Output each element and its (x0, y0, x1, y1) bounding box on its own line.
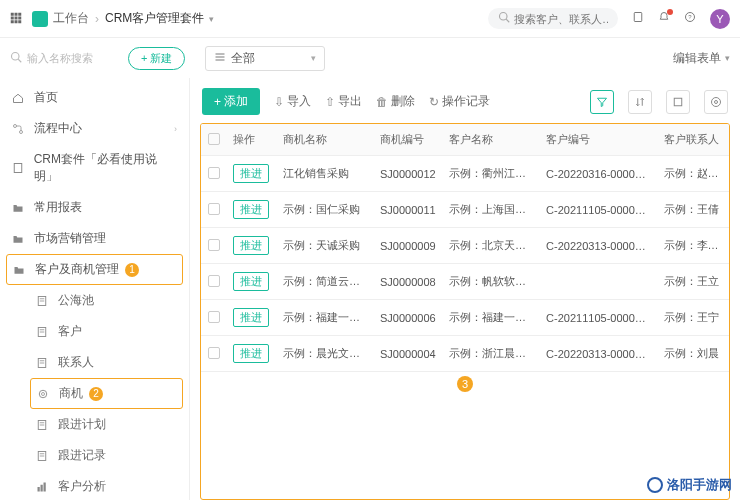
apps-icon[interactable] (10, 12, 24, 26)
annotation-badge: 1 (125, 263, 139, 277)
view-selector[interactable]: 全部 ▾ (205, 46, 325, 71)
cell-name: 示例：天诚采购 (277, 228, 374, 264)
filter-button[interactable] (590, 90, 614, 114)
column-header[interactable]: 商机编号 (374, 124, 443, 156)
delete-button[interactable]: 🗑 删除 (376, 93, 415, 110)
bell-icon[interactable] (658, 11, 670, 26)
push-button[interactable]: 推进 (233, 344, 269, 363)
push-button[interactable]: 推进 (233, 272, 269, 291)
plus-icon: + (141, 52, 147, 64)
sidebar-item[interactable]: CRM套件「必看使用说明」 (0, 144, 189, 192)
chevron-down-icon: ▾ (725, 53, 730, 63)
settings-button[interactable] (704, 90, 728, 114)
edit-form-button[interactable]: 编辑表单 ▾ (673, 50, 730, 67)
svg-text:?: ? (688, 14, 692, 20)
workspace-label[interactable]: 工作台 (53, 10, 89, 27)
sidebar-search[interactable]: 输入名称搜索 (10, 51, 120, 66)
column-header[interactable]: 客户联系人 (658, 124, 729, 156)
edit-form-label: 编辑表单 (673, 50, 721, 67)
cell-code: SJ0000006 (374, 300, 443, 336)
global-search[interactable] (488, 8, 618, 29)
help-icon[interactable]: ? (684, 11, 696, 26)
sidebar-item[interactable]: 客户及商机管理1 (6, 254, 183, 285)
table-row[interactable]: 推进 示例：国仁采购 SJ0000011 示例：上海国仁有限… C-202111… (201, 192, 729, 228)
push-button[interactable]: 推进 (233, 164, 269, 183)
sidebar-item-label: CRM套件「必看使用说明」 (34, 151, 177, 185)
sidebar-search-placeholder: 输入名称搜索 (27, 51, 93, 66)
push-button[interactable]: 推进 (233, 308, 269, 327)
cell-customer: 示例：帆软软件有限公司 (443, 264, 540, 300)
table-row[interactable]: 推进 示例：晨光文具设备… SJ0000004 示例：浙江晨光文具… C-202… (201, 336, 729, 372)
column-header[interactable]: 操作 (227, 124, 277, 156)
search-icon (10, 51, 22, 65)
push-button[interactable]: 推进 (233, 236, 269, 255)
new-button[interactable]: + 新建 (128, 47, 185, 70)
share-button[interactable] (666, 90, 690, 114)
sidebar-item[interactable]: 首页 (0, 82, 189, 113)
column-header[interactable]: 客户编号 (540, 124, 657, 156)
row-checkbox[interactable] (208, 239, 220, 251)
sidebar-item[interactable]: 商机2 (30, 378, 183, 409)
sidebar-item[interactable]: 客户 (0, 316, 189, 347)
import-icon: ⇩ (274, 95, 284, 109)
svg-line-15 (18, 59, 21, 62)
home-icon (12, 92, 26, 104)
sidebar-item-label: 流程中心 (34, 120, 82, 137)
folder-icon (13, 264, 27, 276)
sidebar-item[interactable]: 市场营销管理 (0, 223, 189, 254)
notebook-icon[interactable] (632, 11, 644, 26)
sidebar-item-label: 客户 (58, 323, 82, 340)
sidebar-item-label: 跟进记录 (58, 447, 106, 464)
push-button[interactable]: 推进 (233, 200, 269, 219)
svg-rect-40 (41, 484, 43, 491)
cell-customer-code: C-20220313-0000002 (540, 228, 657, 264)
svg-rect-11 (634, 13, 642, 22)
sidebar-item[interactable]: 联系人 (0, 347, 189, 378)
sidebar-item[interactable]: 流程中心› (0, 113, 189, 144)
table-row[interactable]: 推进 示例：福建一高3月订单 SJ0000006 示例：福建一高集团 C-202… (201, 300, 729, 336)
sidebar-item[interactable]: 常用报表 (0, 192, 189, 223)
sidebar-item[interactable]: 跟进计划 (0, 409, 189, 440)
svg-rect-3 (11, 16, 14, 19)
sidebar-item[interactable]: 公海池 (0, 285, 189, 316)
add-button[interactable]: + 添加 (202, 88, 260, 115)
cell-code: SJ0000011 (374, 192, 443, 228)
svg-rect-8 (18, 20, 21, 23)
svg-rect-21 (14, 164, 22, 173)
table-row[interactable]: 推进 示例：简道云采购 SJ0000008 示例：帆软软件有限公司 示例：王立 (201, 264, 729, 300)
sidebar-item-label: 常用报表 (34, 199, 82, 216)
list-icon (214, 51, 226, 66)
row-checkbox[interactable] (208, 275, 220, 287)
suite-name[interactable]: CRM客户管理套件 (105, 10, 204, 27)
row-checkbox[interactable] (208, 347, 220, 359)
row-checkbox[interactable] (208, 311, 220, 323)
column-header[interactable]: 客户名称 (443, 124, 540, 156)
cell-customer-code: C-20220316-0000001 (540, 156, 657, 192)
table-row[interactable]: 推进 示例：天诚采购 SJ0000009 示例：北京天诚软件… C-202203… (201, 228, 729, 264)
svg-point-19 (14, 124, 17, 127)
sidebar-item[interactable]: 跟进记录 (0, 440, 189, 471)
add-button-label: 添加 (224, 93, 248, 110)
cell-customer: 示例：上海国仁有限… (443, 192, 540, 228)
breadcrumb-separator: › (95, 12, 99, 26)
cell-contact: 示例：王倩 (658, 192, 729, 228)
oplog-button[interactable]: ↻ 操作记录 (429, 93, 490, 110)
row-checkbox[interactable] (208, 167, 220, 179)
sidebar-item[interactable]: 客户分析 (0, 471, 189, 500)
import-button[interactable]: ⇩ 导入 (274, 93, 311, 110)
sidebar-item-label: 跟进计划 (58, 416, 106, 433)
table-row[interactable]: 推进 江化销售采购 SJ0000012 示例：衢州江化集团 C-20220316… (201, 156, 729, 192)
svg-point-31 (39, 390, 47, 398)
avatar[interactable]: Y (710, 9, 730, 29)
chevron-down-icon[interactable]: ▾ (209, 14, 214, 24)
sort-button[interactable] (628, 90, 652, 114)
column-header[interactable] (201, 124, 227, 156)
select-all-checkbox[interactable] (208, 133, 220, 145)
global-search-input[interactable] (514, 13, 608, 25)
export-button[interactable]: ⇧ 导出 (325, 93, 362, 110)
annotation-badge-3: 3 (457, 376, 473, 392)
svg-line-10 (506, 19, 509, 22)
column-header[interactable]: 商机名称 (277, 124, 374, 156)
row-checkbox[interactable] (208, 203, 220, 215)
svg-point-46 (715, 100, 718, 103)
